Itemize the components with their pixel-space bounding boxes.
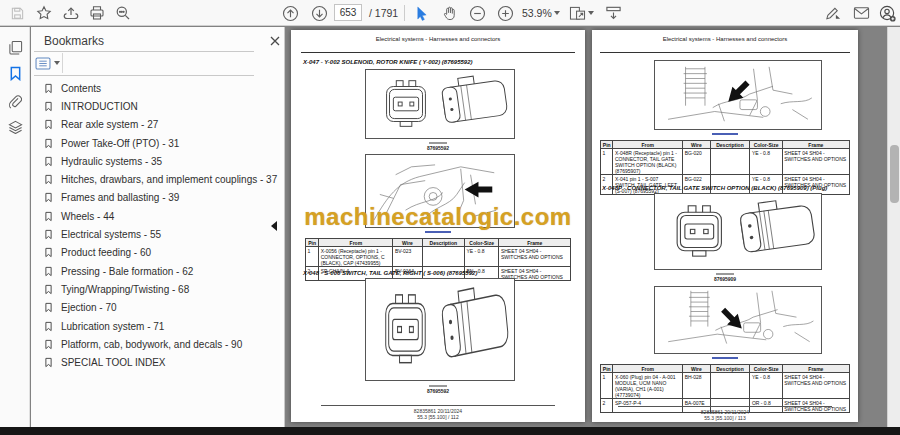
save-icon[interactable] [6,3,28,23]
bookmark-item-label: Rear axle system - 27 [61,119,158,130]
bookmark-item[interactable]: Electrical systems - 55 [31,225,285,243]
panel-collapse-arrow-icon[interactable] [271,221,277,231]
close-icon[interactable] [268,34,282,48]
connector-figure [365,69,515,139]
table-cell: SHEET 04 SH04 - SWITCHES AND OPTIONS [499,247,571,267]
sign-pen-icon[interactable] [822,3,844,23]
table-cell: 1 [306,247,319,267]
bookmark-item[interactable]: Ejection - 70 [31,299,285,317]
figure-ref-mark [712,357,738,359]
bookmark-item-label: Contents [61,83,101,94]
pdf-page-left: Electrical systems - Harnesses and conne… [291,30,585,422]
bookmark-item[interactable]: Hitches, drawbars, and implement couplin… [31,170,285,188]
zoom-dropdown-caret[interactable] [551,3,563,23]
bookmark-flag-icon [44,211,56,222]
table-header-cell: Pin [601,365,613,373]
bookmark-item-label: Electrical systems - 55 [61,229,161,240]
table-header-cell: Pin [601,141,613,149]
toolbar-divider [404,5,405,21]
scrollbar-thumb[interactable] [890,145,899,203]
bookmark-flag-icon [44,247,56,258]
bookmark-item[interactable]: Platform, cab, bodywork, and decals - 90 [31,335,285,353]
figure-caption: 87695909 [592,276,858,282]
connector-figure [654,193,822,270]
email-icon[interactable] [850,3,872,23]
bookmark-item-label: Ejection - 70 [61,302,117,313]
hand-tool-icon[interactable] [438,3,460,23]
bookmark-flag-icon [44,101,56,112]
page-width-tool-icon[interactable] [602,3,624,23]
options-caret [54,61,60,65]
table-cell: 1 [601,373,613,399]
bookmark-flag-icon [44,83,56,94]
page-down-icon[interactable] [308,3,330,23]
bookmark-item[interactable]: SPECIAL TOOL INDEX [31,353,285,371]
table-header-cell: Description [710,365,750,373]
profile-avatar-icon[interactable] [876,3,898,23]
bookmark-item-label: INTRODUCTION [61,101,138,112]
zoom-out-icon[interactable] [466,3,488,23]
table-cell: YE - 0.8 [464,247,498,267]
panel-divider [34,51,254,52]
table-header-cell: Color-Size [750,365,782,373]
figure-ref-mark [425,231,451,233]
bookmark-item[interactable]: Rear axle system - 27 [31,116,285,134]
table-header-cell: From [613,365,683,373]
zoom-in-icon[interactable] [494,3,516,23]
bookmark-item-label: Platform, cab, bodywork, and decals - 90 [61,339,242,350]
bookmark-item-label: Wheels - 44 [61,211,114,222]
bookmark-item[interactable]: Frames and ballasting - 39 [31,189,285,207]
attachments-icon[interactable] [5,91,25,111]
bookmarks-icon[interactable] [5,63,25,83]
panel-title: Bookmarks [44,34,104,48]
table-row: 1X-0056 (Receptacle) pin 1 - CONNECTOR, … [306,247,571,267]
table-cell: X-060 (Plug) pin 04 - A-001 MODULE, UCM … [613,373,683,399]
search-icon[interactable] [112,3,134,23]
bookmark-item[interactable]: Hydraulic systems - 35 [31,152,285,170]
figure-ref-mark [716,273,734,275]
share-icon[interactable] [60,3,82,23]
footer-page-number: 55.3 [55.100] / 113 [592,415,858,421]
bookmark-item[interactable]: Wheels - 44 [31,207,285,225]
table-header-cell: Description [710,141,750,149]
layers-icon[interactable] [5,117,25,137]
bookmark-item[interactable]: Tying/Wrapping/Twisting - 68 [31,280,285,298]
bookmark-item[interactable]: Product feeding - 60 [31,244,285,262]
table-header-cell: Description [422,239,464,247]
page-up-icon[interactable] [279,3,301,23]
zoom-level-label[interactable]: 53.9% [522,7,552,19]
star-icon[interactable] [33,3,55,23]
bookmark-options-icon[interactable] [35,54,79,72]
vertical-scrollbar[interactable] [887,27,900,427]
bookmark-item-label: Power Take-Off (PTO) - 31 [61,138,179,149]
bookmark-item[interactable]: Contents [31,79,285,97]
footer-rule [321,405,555,406]
table-header-cell: Color-Size [750,141,782,149]
fit-page-caret[interactable] [585,3,597,23]
machine-location-figure [654,286,822,354]
table-cell: BH-028 [683,373,710,399]
top-toolbar: / 1791 53.9% [0,0,900,26]
bookmark-item[interactable]: Pressing - Bale formation - 62 [31,262,285,280]
figure-caption: 87695592 [291,145,585,151]
bookmark-flag-icon [44,284,56,295]
section-title: X-048P - CONNECTOR, TAIL GATE SWITCH OPT… [602,185,827,191]
bookmark-flag-icon [44,192,56,203]
bookmark-item[interactable]: Power Take-Off (PTO) - 31 [31,134,285,152]
bookmark-item[interactable]: INTRODUCTION [31,97,285,115]
print-icon[interactable] [86,3,108,23]
bookmark-item-label: Pressing - Bale formation - 62 [61,266,193,277]
bookmark-item-label: Frames and ballasting - 39 [61,192,179,203]
figure-ref-mark [712,133,738,135]
table-cell: YE - 0.8 [750,149,782,175]
table-cell [710,373,750,399]
page-thumbnails-icon[interactable] [5,37,25,57]
header-rule [301,52,575,53]
page-number-input[interactable] [334,4,362,21]
page-running-header: Electrical systems - Harnesses and conne… [291,36,585,42]
select-tool-icon[interactable] [410,3,432,23]
bookmark-item[interactable]: Lubrication system - 71 [31,317,285,335]
acrobat-window: / 1791 53.9% [0,0,900,435]
table-header-cell: From [319,239,393,247]
bookmark-flag-icon [44,321,56,332]
